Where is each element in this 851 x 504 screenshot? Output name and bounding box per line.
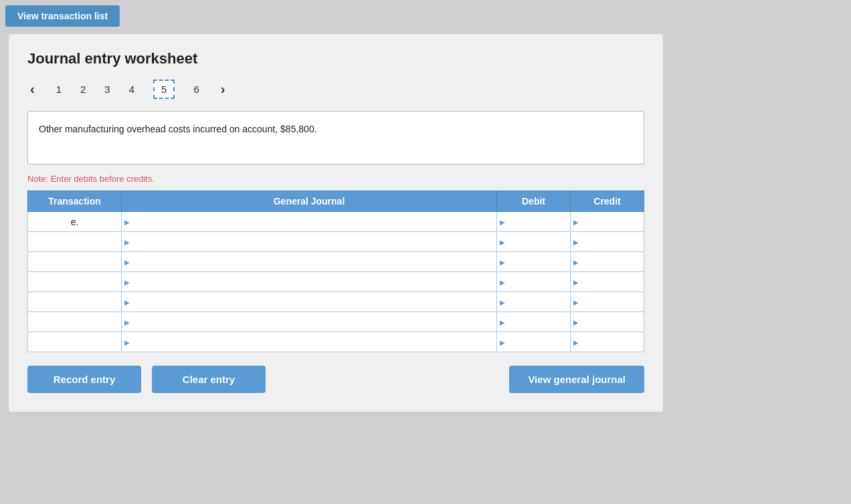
- button-row: Record entry Clear entry View general jo…: [27, 366, 644, 393]
- cell-credit[interactable]: [571, 212, 644, 232]
- col-transaction: Transaction: [28, 191, 122, 212]
- cell-journal[interactable]: [122, 312, 497, 332]
- cell-debit[interactable]: [497, 292, 571, 312]
- cell-transaction[interactable]: [28, 272, 122, 292]
- view-transaction-list-button[interactable]: View transaction list: [17, 11, 108, 21]
- cell-debit[interactable]: [497, 232, 571, 252]
- worksheet-title: Journal entry worksheet: [27, 50, 644, 68]
- table-row: [28, 312, 644, 332]
- cell-journal[interactable]: [122, 332, 497, 352]
- main-card: Journal entry worksheet ‹ 1 2 3 4 5 6 › …: [8, 33, 664, 412]
- cell-journal[interactable]: [122, 272, 497, 292]
- top-bar: View transaction list: [5, 5, 120, 27]
- view-general-journal-button[interactable]: View general journal: [509, 366, 644, 393]
- journal-table: Transaction General Journal Debit Credit…: [27, 191, 644, 352]
- cell-transaction[interactable]: [28, 332, 122, 352]
- next-page-button[interactable]: ›: [218, 82, 228, 97]
- cell-debit[interactable]: [497, 312, 571, 332]
- prev-page-button[interactable]: ‹: [27, 82, 37, 97]
- page-6[interactable]: 6: [193, 84, 199, 95]
- clear-entry-button[interactable]: Clear entry: [152, 366, 266, 393]
- cell-journal[interactable]: [122, 292, 497, 312]
- table-row: [28, 332, 644, 352]
- cell-debit[interactable]: [497, 212, 571, 232]
- page-4[interactable]: 4: [129, 84, 134, 95]
- cell-credit[interactable]: [571, 252, 644, 272]
- table-row: [28, 292, 644, 312]
- col-general-journal: General Journal: [122, 191, 497, 212]
- cell-journal[interactable]: [122, 232, 497, 252]
- cell-transaction[interactable]: [28, 312, 122, 332]
- col-debit: Debit: [497, 191, 571, 212]
- cell-credit[interactable]: [571, 292, 644, 312]
- right-buttons: View general journal: [509, 366, 644, 393]
- left-buttons: Record entry Clear entry: [27, 366, 266, 393]
- page-1[interactable]: 1: [56, 84, 62, 95]
- table-row: [28, 232, 644, 252]
- cell-credit[interactable]: [571, 332, 644, 352]
- cell-journal[interactable]: [122, 212, 497, 232]
- record-entry-button[interactable]: Record entry: [27, 366, 141, 393]
- col-credit: Credit: [571, 191, 644, 212]
- pagination: ‹ 1 2 3 4 5 6 ›: [27, 80, 644, 99]
- cell-credit[interactable]: [571, 312, 644, 332]
- page-5-active[interactable]: 5: [153, 80, 175, 99]
- description-box: Other manufacturing overhead costs incur…: [27, 111, 644, 164]
- table-row: e.: [28, 212, 644, 232]
- cell-credit[interactable]: [571, 272, 644, 292]
- cell-transaction[interactable]: [28, 232, 122, 252]
- cell-debit[interactable]: [497, 252, 571, 272]
- cell-debit[interactable]: [497, 332, 571, 352]
- cell-debit[interactable]: [497, 272, 571, 292]
- cell-transaction[interactable]: [28, 292, 122, 312]
- note-text: Note: Enter debits before credits.: [27, 174, 644, 184]
- page-3[interactable]: 3: [104, 84, 110, 95]
- cell-journal[interactable]: [122, 252, 497, 272]
- table-row: [28, 252, 644, 272]
- page-2[interactable]: 2: [80, 84, 86, 95]
- table-row: [28, 272, 644, 292]
- cell-transaction[interactable]: e.: [28, 212, 122, 232]
- cell-transaction[interactable]: [28, 252, 122, 272]
- cell-credit[interactable]: [571, 232, 644, 252]
